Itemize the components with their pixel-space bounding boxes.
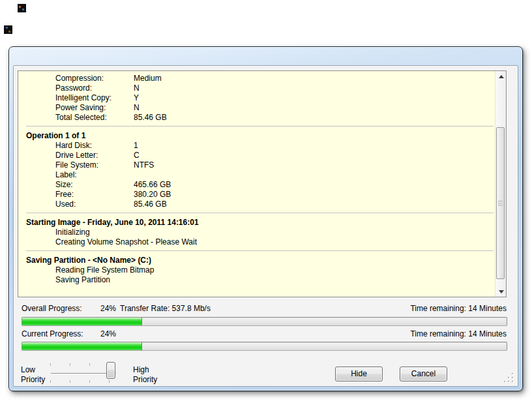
slider-tick bbox=[89, 380, 90, 383]
saving-partition-heading: Saving Partition - <No Name> (C:) bbox=[18, 256, 495, 265]
log-row: Password:N bbox=[18, 83, 495, 93]
current-progress-bar bbox=[22, 342, 507, 351]
log-row: Total Selected:85.46 GB bbox=[18, 113, 495, 123]
log-content: Compression:Medium Password:N Intelligen… bbox=[18, 71, 495, 297]
vertical-scrollbar[interactable] bbox=[495, 71, 506, 297]
current-progress-fill bbox=[22, 342, 142, 350]
overall-progress-row: Overall Progress: 24% Transfer Rate: 537… bbox=[22, 304, 507, 314]
overall-progress-label: Overall Progress: bbox=[22, 304, 82, 314]
log-row: Used:85.46 GB bbox=[18, 200, 495, 209]
slider-tick bbox=[50, 380, 51, 383]
low-priority-label: LowPriority bbox=[21, 365, 45, 385]
overall-time-remaining: Time remaining: 14 Minutes bbox=[410, 304, 507, 314]
section-divider bbox=[26, 126, 494, 127]
slider-tick bbox=[70, 380, 70, 383]
hide-button[interactable]: Hide bbox=[335, 366, 383, 381]
starting-image-heading: Starting Image - Friday, June 10, 2011 1… bbox=[18, 218, 495, 228]
backup-progress-window: Compression:Medium Password:N Intelligen… bbox=[8, 46, 523, 391]
slider-tick bbox=[70, 363, 70, 366]
current-time-remaining: Time remaining: 14 Minutes bbox=[410, 329, 507, 339]
overall-progress-fill bbox=[22, 318, 142, 325]
log-row: Intelligent Copy:Y bbox=[18, 93, 495, 103]
log-status-line: Saving Partition bbox=[18, 275, 495, 285]
overall-progress-percent: 24% bbox=[100, 304, 116, 314]
dialog-client-area: Compression:Medium Password:N Intelligen… bbox=[13, 65, 518, 387]
log-row: Label: bbox=[18, 170, 495, 180]
section-divider bbox=[26, 213, 494, 213]
high-priority-label: HighPriority bbox=[133, 365, 157, 385]
thumb-grip-icon bbox=[498, 201, 503, 205]
artifact-square-1 bbox=[18, 4, 26, 12]
slider-tick bbox=[50, 363, 51, 366]
current-progress-row: Current Progress: 24% Time remaining: 14… bbox=[22, 329, 507, 339]
cancel-button[interactable]: Cancel bbox=[400, 366, 447, 381]
slider-tick bbox=[89, 363, 90, 366]
artifact-square-2 bbox=[4, 25, 12, 34]
slider-tick bbox=[109, 380, 110, 383]
log-status-line: Reading File System Bitmap bbox=[18, 265, 495, 275]
resize-grip[interactable] bbox=[505, 374, 506, 375]
section-divider bbox=[26, 250, 494, 251]
log-row: Drive Letter:C bbox=[18, 151, 495, 160]
log-row: File System:NTFS bbox=[18, 160, 495, 170]
priority-slider-thumb[interactable] bbox=[106, 362, 115, 379]
scroll-down-button[interactable] bbox=[495, 286, 507, 297]
log-row: Compression:Medium bbox=[18, 74, 495, 83]
scroll-up-button[interactable] bbox=[495, 71, 507, 82]
log-status-line: Initializing bbox=[18, 228, 495, 237]
log-row: Size:465.66 GB bbox=[18, 180, 495, 190]
log-row: Free:380.20 GB bbox=[18, 190, 495, 200]
current-progress-label: Current Progress: bbox=[22, 329, 83, 339]
triangle-up-icon bbox=[499, 75, 504, 78]
log-row: Hard Disk:1 bbox=[18, 141, 495, 151]
triangle-down-icon bbox=[499, 290, 504, 293]
overall-progress-bar bbox=[22, 317, 507, 326]
current-progress-percent: 24% bbox=[100, 329, 116, 339]
scrollbar-thumb[interactable] bbox=[496, 127, 505, 279]
operation-log-panel[interactable]: Compression:Medium Password:N Intelligen… bbox=[18, 70, 507, 297]
log-status-line: Creating Volume Snapshot - Please Wait bbox=[18, 237, 495, 247]
operation-heading: Operation 1 of 1 bbox=[18, 131, 495, 141]
log-row: Power Saving:N bbox=[18, 103, 495, 113]
transfer-rate-label: Transfer Rate: 537.8 Mb/s bbox=[120, 304, 211, 314]
